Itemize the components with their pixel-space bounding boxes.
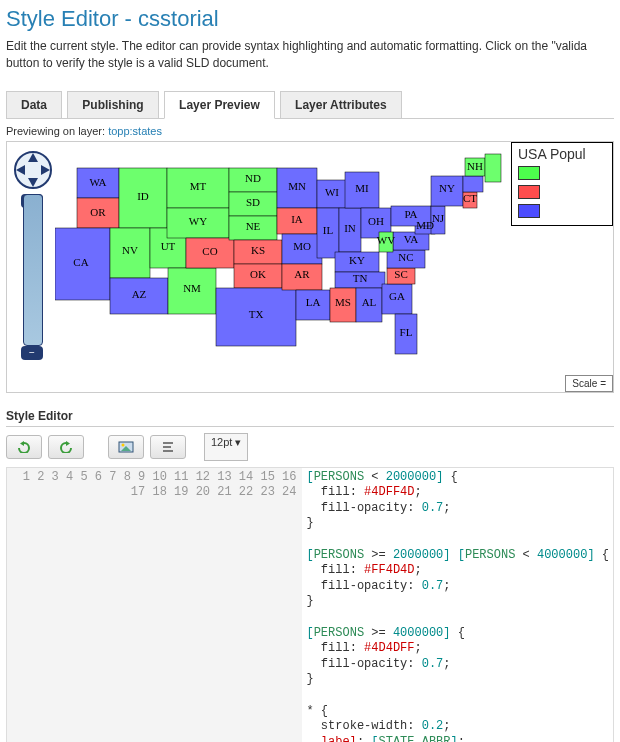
- svg-marker-94: [66, 441, 70, 446]
- line-gutter: 1 2 3 4 5 6 7 8 9 10 11 12 13 14 15 16 1…: [7, 468, 302, 742]
- svg-text:ND: ND: [245, 172, 261, 184]
- svg-text:WV: WV: [377, 234, 395, 246]
- tab-layer-preview[interactable]: Layer Preview: [164, 91, 275, 119]
- legend: USA Popul: [511, 142, 613, 226]
- svg-text:VA: VA: [404, 233, 419, 245]
- svg-text:SD: SD: [246, 196, 260, 208]
- tab-bar: Data Publishing Layer Preview Layer Attr…: [6, 90, 614, 119]
- usa-map: WA OR CA ID NV UT AZ NM MT WY CO ND SD N…: [55, 150, 535, 380]
- undo-button[interactable]: [6, 435, 42, 459]
- svg-text:OH: OH: [368, 215, 384, 227]
- format-button[interactable]: [150, 435, 186, 459]
- legend-swatch-1: [518, 166, 540, 180]
- page-description: Edit the current style. The editor can p…: [6, 38, 614, 72]
- svg-point-96: [122, 443, 125, 446]
- svg-text:NV: NV: [122, 244, 138, 256]
- page-title: Style Editor - csstorial: [6, 6, 614, 32]
- redo-button[interactable]: [48, 435, 84, 459]
- svg-text:IN: IN: [344, 222, 356, 234]
- preview-label: Previewing on layer: topp:states: [6, 125, 614, 137]
- svg-text:MO: MO: [293, 240, 311, 252]
- svg-text:OR: OR: [90, 206, 106, 218]
- style-editor-heading: Style Editor: [6, 409, 614, 427]
- svg-text:CA: CA: [73, 256, 88, 268]
- tab-data[interactable]: Data: [6, 91, 62, 118]
- map-preview[interactable]: + −: [6, 141, 614, 393]
- svg-text:AR: AR: [294, 268, 310, 280]
- svg-rect-49: [485, 154, 501, 182]
- font-size-select[interactable]: 12pt ▾: [204, 433, 248, 461]
- preview-layer-link[interactable]: topp:states: [108, 125, 162, 137]
- svg-text:LA: LA: [306, 296, 321, 308]
- svg-rect-47: [463, 176, 483, 192]
- svg-text:NE: NE: [246, 220, 261, 232]
- svg-text:SC: SC: [394, 268, 407, 280]
- svg-text:UT: UT: [161, 240, 176, 252]
- svg-text:IA: IA: [291, 213, 303, 225]
- code-editor[interactable]: 1 2 3 4 5 6 7 8 9 10 11 12 13 14 15 16 1…: [6, 467, 614, 742]
- svg-text:KY: KY: [349, 254, 365, 266]
- pan-control[interactable]: [13, 150, 53, 190]
- svg-text:PA: PA: [404, 208, 417, 220]
- code-content[interactable]: [PERSONS < 2000000] { fill: #4DFF4D; fil…: [302, 468, 613, 742]
- svg-text:NY: NY: [439, 182, 455, 194]
- svg-text:OK: OK: [250, 268, 266, 280]
- tab-publishing[interactable]: Publishing: [67, 91, 158, 118]
- svg-text:ID: ID: [137, 190, 149, 202]
- svg-text:MI: MI: [355, 182, 369, 194]
- svg-text:MN: MN: [288, 180, 306, 192]
- svg-text:WY: WY: [189, 215, 207, 227]
- svg-text:CO: CO: [202, 245, 217, 257]
- svg-text:FL: FL: [400, 326, 413, 338]
- zoom-slider[interactable]: [23, 194, 43, 346]
- zoom-out-button[interactable]: −: [21, 346, 43, 360]
- svg-text:NJ: NJ: [432, 212, 445, 224]
- tab-layer-attributes[interactable]: Layer Attributes: [280, 91, 402, 118]
- svg-marker-93: [20, 441, 24, 446]
- editor-toolbar: 12pt ▾: [6, 433, 614, 461]
- svg-text:MS: MS: [335, 296, 351, 308]
- svg-text:WA: WA: [89, 176, 106, 188]
- svg-text:IL: IL: [323, 224, 334, 236]
- svg-text:CT: CT: [463, 192, 477, 204]
- svg-text:AL: AL: [362, 296, 377, 308]
- legend-swatch-3: [518, 204, 540, 218]
- svg-text:GA: GA: [389, 290, 405, 302]
- svg-text:WI: WI: [325, 186, 339, 198]
- scale-readout: Scale =: [565, 375, 613, 392]
- svg-text:KS: KS: [251, 244, 265, 256]
- legend-swatch-2: [518, 185, 540, 199]
- svg-text:NC: NC: [398, 251, 413, 263]
- svg-text:TN: TN: [353, 272, 368, 284]
- svg-text:AZ: AZ: [132, 288, 147, 300]
- svg-text:MT: MT: [190, 180, 207, 192]
- svg-text:TX: TX: [249, 308, 264, 320]
- image-button[interactable]: [108, 435, 144, 459]
- legend-title: USA Popul: [518, 146, 606, 162]
- svg-text:NH: NH: [467, 160, 483, 172]
- svg-text:NM: NM: [183, 282, 201, 294]
